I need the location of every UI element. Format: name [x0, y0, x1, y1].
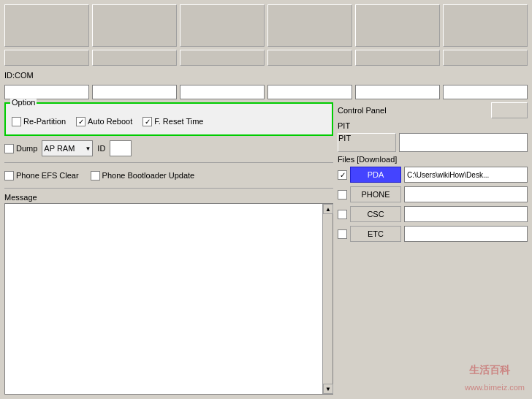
divider-1	[4, 162, 333, 163]
second-btn-3[interactable]	[180, 50, 265, 66]
message-section: Message ▲ ▼	[4, 193, 333, 395]
scrollbar[interactable]: ▲ ▼	[322, 204, 332, 394]
second-btn-4[interactable]	[267, 50, 352, 66]
dump-checkbox-item[interactable]: Dump	[4, 144, 37, 153]
pda-file-path: C:\Users\wikiHow\Desk...	[404, 167, 528, 183]
second-button-row	[4, 50, 528, 66]
idcom-label: ID:COM	[4, 71, 34, 80]
etc-button[interactable]: ETC	[350, 226, 401, 242]
dropdown-arrow-icon: ▼	[85, 145, 91, 152]
auto-reboot-label: Auto Reboot	[88, 117, 132, 126]
file-checkbox-pda[interactable]	[338, 170, 347, 180]
etc-file-path	[404, 226, 528, 242]
pit-button[interactable]: PIT	[338, 133, 396, 152]
phone-efs-label: Phone EFS Clear	[16, 171, 79, 180]
input-row	[4, 85, 528, 99]
dropdown-value: AP RAM	[44, 144, 75, 153]
top-btn-2[interactable]	[92, 4, 177, 47]
file-row-etc: ETC	[338, 225, 528, 243]
message-label: Message	[4, 193, 333, 202]
second-btn-6[interactable]	[443, 50, 528, 66]
top-btn-3[interactable]	[180, 4, 265, 47]
phone-bootloader-checkbox-item[interactable]: Phone Bootloader Update	[91, 171, 195, 180]
file-row-csc: CSC	[338, 205, 528, 223]
scroll-down-icon[interactable]: ▼	[323, 384, 333, 394]
message-box[interactable]: ▲ ▼	[4, 203, 333, 395]
divider-2	[4, 188, 333, 189]
csc-button[interactable]: CSC	[350, 206, 401, 222]
phone-bootloader-label: Phone Bootloader Update	[102, 171, 195, 180]
scroll-up-icon[interactable]: ▲	[323, 204, 333, 214]
input-cell-4[interactable]	[267, 85, 352, 99]
input-cell-2[interactable]	[92, 85, 177, 99]
second-btn-5[interactable]	[355, 50, 440, 66]
second-btn-2[interactable]	[92, 50, 177, 66]
files-label: Files [Download]	[338, 155, 528, 164]
main-container: ID:COM Option Re-Partition	[0, 0, 532, 399]
f-reset-time-label: F. Reset Time	[154, 117, 203, 126]
dump-checkbox[interactable]	[4, 144, 14, 153]
input-cell-3[interactable]	[180, 85, 265, 99]
ap-ram-dropdown[interactable]: AP RAM ▼	[42, 140, 93, 156]
top-button-grid	[4, 4, 528, 47]
dump-row: Dump AP RAM ▼ ID	[4, 139, 333, 158]
file-row-phone: PHONE	[338, 186, 528, 203]
control-panel-button[interactable]	[491, 102, 528, 118]
input-cell-6[interactable]	[443, 85, 528, 99]
file-checkbox-etc[interactable]	[338, 229, 347, 239]
option-checkboxes: Re-Partition Auto Reboot F. Reset Time	[12, 111, 326, 132]
top-btn-6[interactable]	[443, 4, 528, 47]
top-btn-5[interactable]	[355, 4, 440, 47]
second-btn-1[interactable]	[4, 50, 89, 66]
id-label: ID	[97, 144, 105, 153]
pit-input[interactable]	[399, 133, 528, 152]
phone-options-row: Phone EFS Clear Phone Bootloader Update	[4, 167, 333, 183]
id-input[interactable]	[110, 140, 132, 156]
files-section: Files [Download] PDA C:\Users\wikiHow\De…	[338, 155, 528, 395]
right-panel: Control Panel PIT PIT Files [Download]	[338, 102, 528, 395]
input-cell-5[interactable]	[355, 85, 440, 99]
auto-reboot-checkbox-item[interactable]: Auto Reboot	[76, 117, 132, 126]
file-checkbox-csc[interactable]	[338, 210, 347, 219]
phone-efs-checkbox-item[interactable]: Phone EFS Clear	[4, 171, 79, 180]
pit-section: PIT PIT	[338, 121, 528, 152]
f-reset-time-checkbox-item[interactable]: F. Reset Time	[142, 117, 203, 126]
file-checkbox-phone[interactable]	[338, 190, 347, 200]
pda-button[interactable]: PDA	[350, 167, 401, 183]
repartition-checkbox-item[interactable]: Re-Partition	[12, 117, 66, 126]
auto-reboot-checkbox[interactable]	[76, 117, 86, 126]
left-panel: Option Re-Partition Auto Reboot	[4, 102, 333, 395]
pit-row: PIT	[338, 133, 528, 152]
control-panel-label: Control Panel	[338, 106, 387, 115]
csc-file-path	[404, 206, 528, 222]
phone-bootloader-checkbox[interactable]	[91, 171, 100, 180]
phone-efs-checkbox[interactable]	[4, 171, 14, 180]
top-btn-1[interactable]	[4, 4, 89, 47]
content-area: Option Re-Partition Auto Reboot	[4, 102, 528, 395]
top-btn-4[interactable]	[267, 4, 352, 47]
repartition-label: Re-Partition	[23, 117, 66, 126]
phone-button[interactable]: PHONE	[350, 186, 401, 202]
file-row-pda: PDA C:\Users\wikiHow\Desk...	[338, 166, 528, 183]
pit-label: PIT	[338, 121, 528, 130]
input-cell-1[interactable]	[4, 85, 89, 99]
option-box: Option Re-Partition Auto Reboot	[4, 102, 333, 136]
control-panel-section: Control Panel	[338, 102, 528, 118]
idcom-row: ID:COM	[4, 69, 528, 82]
dump-label: Dump	[16, 144, 37, 153]
option-title: Option	[10, 98, 37, 107]
f-reset-time-checkbox[interactable]	[142, 117, 152, 126]
phone-file-path	[404, 186, 528, 202]
repartition-checkbox[interactable]	[12, 117, 21, 126]
